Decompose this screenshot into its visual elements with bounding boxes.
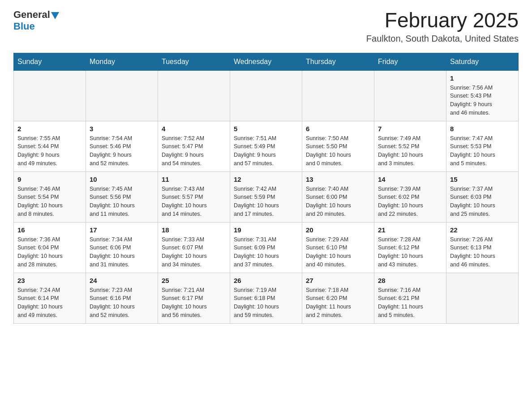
day-info: Sunrise: 7:31 AM Sunset: 6:09 PM Dayligh…	[234, 235, 298, 269]
calendar-cell: 2Sunrise: 7:55 AM Sunset: 5:44 PM Daylig…	[14, 121, 86, 171]
title-section: February 2025 Faulkton, South Dakota, Un…	[366, 9, 519, 44]
calendar-cell: 18Sunrise: 7:33 AM Sunset: 6:07 PM Dayli…	[158, 222, 230, 273]
calendar-cell: 26Sunrise: 7:19 AM Sunset: 6:18 PM Dayli…	[230, 273, 302, 323]
calendar-cell: 11Sunrise: 7:43 AM Sunset: 5:57 PM Dayli…	[158, 171, 230, 222]
calendar-cell	[302, 70, 374, 121]
calendar-cell: 15Sunrise: 7:37 AM Sunset: 6:03 PM Dayli…	[446, 171, 519, 222]
day-info: Sunrise: 7:54 AM Sunset: 5:46 PM Dayligh…	[90, 134, 154, 168]
weekday-header-wednesday: Wednesday	[230, 53, 302, 70]
calendar-cell	[374, 70, 446, 121]
calendar-cell: 10Sunrise: 7:45 AM Sunset: 5:56 PM Dayli…	[86, 171, 158, 222]
calendar-cell: 12Sunrise: 7:42 AM Sunset: 5:59 PM Dayli…	[230, 171, 302, 222]
day-info: Sunrise: 7:34 AM Sunset: 6:06 PM Dayligh…	[90, 235, 154, 269]
calendar-cell: 20Sunrise: 7:29 AM Sunset: 6:10 PM Dayli…	[302, 222, 374, 273]
day-number: 15	[450, 176, 515, 183]
calendar-cell	[446, 273, 519, 323]
day-info: Sunrise: 7:33 AM Sunset: 6:07 PM Dayligh…	[162, 235, 226, 269]
day-number: 23	[17, 277, 82, 284]
calendar-cell: 23Sunrise: 7:24 AM Sunset: 6:14 PM Dayli…	[14, 273, 86, 323]
day-info: Sunrise: 7:21 AM Sunset: 6:17 PM Dayligh…	[162, 286, 226, 320]
weekday-header-row: SundayMondayTuesdayWednesdayThursdayFrid…	[14, 53, 519, 70]
weekday-header-sunday: Sunday	[14, 53, 86, 70]
calendar-cell: 27Sunrise: 7:18 AM Sunset: 6:20 PM Dayli…	[302, 273, 374, 323]
calendar-cell: 21Sunrise: 7:28 AM Sunset: 6:12 PM Dayli…	[374, 222, 446, 273]
day-info: Sunrise: 7:52 AM Sunset: 5:47 PM Dayligh…	[162, 134, 226, 168]
weekday-header-monday: Monday	[86, 53, 158, 70]
calendar-cell: 24Sunrise: 7:23 AM Sunset: 6:16 PM Dayli…	[86, 273, 158, 323]
day-number: 22	[450, 226, 515, 234]
logo-general-text: General	[13, 9, 50, 21]
calendar-cell: 28Sunrise: 7:16 AM Sunset: 6:21 PM Dayli…	[374, 273, 446, 323]
day-info: Sunrise: 7:47 AM Sunset: 5:53 PM Dayligh…	[450, 134, 515, 168]
day-info: Sunrise: 7:56 AM Sunset: 5:43 PM Dayligh…	[450, 84, 515, 117]
calendar-cell	[14, 70, 86, 121]
day-number: 4	[162, 125, 226, 133]
calendar-cell: 6Sunrise: 7:50 AM Sunset: 5:50 PM Daylig…	[302, 121, 374, 171]
day-number: 6	[306, 125, 370, 133]
day-info: Sunrise: 7:51 AM Sunset: 5:49 PM Dayligh…	[234, 134, 298, 168]
day-number: 7	[378, 125, 442, 133]
day-number: 10	[90, 176, 154, 183]
day-info: Sunrise: 7:50 AM Sunset: 5:50 PM Dayligh…	[306, 134, 370, 168]
day-info: Sunrise: 7:40 AM Sunset: 6:00 PM Dayligh…	[306, 185, 370, 218]
day-number: 28	[378, 277, 442, 284]
day-number: 8	[450, 125, 515, 133]
day-info: Sunrise: 7:24 AM Sunset: 6:14 PM Dayligh…	[17, 286, 82, 320]
logo: General Blue	[13, 9, 59, 32]
day-number: 20	[306, 226, 370, 234]
day-info: Sunrise: 7:49 AM Sunset: 5:52 PM Dayligh…	[378, 134, 442, 168]
calendar-cell: 14Sunrise: 7:39 AM Sunset: 6:02 PM Dayli…	[374, 171, 446, 222]
day-info: Sunrise: 7:29 AM Sunset: 6:10 PM Dayligh…	[306, 235, 370, 269]
day-info: Sunrise: 7:23 AM Sunset: 6:16 PM Dayligh…	[90, 286, 154, 320]
calendar-table: SundayMondayTuesdayWednesdayThursdayFrid…	[13, 53, 519, 324]
calendar-cell: 19Sunrise: 7:31 AM Sunset: 6:09 PM Dayli…	[230, 222, 302, 273]
calendar-cell	[158, 70, 230, 121]
day-info: Sunrise: 7:19 AM Sunset: 6:18 PM Dayligh…	[234, 286, 298, 320]
day-info: Sunrise: 7:39 AM Sunset: 6:02 PM Dayligh…	[378, 185, 442, 218]
logo-triangle-icon	[51, 12, 59, 19]
day-number: 18	[162, 226, 226, 234]
calendar-week-row: 16Sunrise: 7:36 AM Sunset: 6:04 PM Dayli…	[14, 222, 519, 273]
logo-blue-text: Blue	[13, 21, 35, 32]
calendar-week-row: 1Sunrise: 7:56 AM Sunset: 5:43 PM Daylig…	[14, 70, 519, 121]
day-info: Sunrise: 7:37 AM Sunset: 6:03 PM Dayligh…	[450, 185, 515, 218]
day-info: Sunrise: 7:45 AM Sunset: 5:56 PM Dayligh…	[90, 185, 154, 218]
day-number: 13	[306, 176, 370, 183]
day-number: 16	[17, 226, 82, 234]
day-number: 1	[450, 74, 515, 82]
calendar-cell: 4Sunrise: 7:52 AM Sunset: 5:47 PM Daylig…	[158, 121, 230, 171]
calendar-week-row: 9Sunrise: 7:46 AM Sunset: 5:54 PM Daylig…	[14, 171, 519, 222]
day-number: 14	[378, 176, 442, 183]
calendar-cell: 5Sunrise: 7:51 AM Sunset: 5:49 PM Daylig…	[230, 121, 302, 171]
calendar-cell: 9Sunrise: 7:46 AM Sunset: 5:54 PM Daylig…	[14, 171, 86, 222]
weekday-header-friday: Friday	[374, 53, 446, 70]
calendar-cell: 7Sunrise: 7:49 AM Sunset: 5:52 PM Daylig…	[374, 121, 446, 171]
day-number: 24	[90, 277, 154, 284]
day-number: 26	[234, 277, 298, 284]
calendar-cell: 16Sunrise: 7:36 AM Sunset: 6:04 PM Dayli…	[14, 222, 86, 273]
day-info: Sunrise: 7:36 AM Sunset: 6:04 PM Dayligh…	[17, 235, 82, 269]
calendar-week-row: 2Sunrise: 7:55 AM Sunset: 5:44 PM Daylig…	[14, 121, 519, 171]
day-info: Sunrise: 7:42 AM Sunset: 5:59 PM Dayligh…	[234, 185, 298, 218]
calendar-week-row: 23Sunrise: 7:24 AM Sunset: 6:14 PM Dayli…	[14, 273, 519, 323]
day-info: Sunrise: 7:28 AM Sunset: 6:12 PM Dayligh…	[378, 235, 442, 269]
day-number: 19	[234, 226, 298, 234]
calendar-cell	[86, 70, 158, 121]
day-number: 21	[378, 226, 442, 234]
calendar-cell	[230, 70, 302, 121]
day-number: 25	[162, 277, 226, 284]
weekday-header-saturday: Saturday	[446, 53, 519, 70]
calendar-cell: 1Sunrise: 7:56 AM Sunset: 5:43 PM Daylig…	[446, 70, 519, 121]
day-info: Sunrise: 7:43 AM Sunset: 5:57 PM Dayligh…	[162, 185, 226, 218]
day-number: 5	[234, 125, 298, 133]
day-number: 17	[90, 226, 154, 234]
page-header: General Blue February 2025 Faulkton, Sou…	[13, 9, 519, 44]
calendar-cell: 22Sunrise: 7:26 AM Sunset: 6:13 PM Dayli…	[446, 222, 519, 273]
calendar-cell: 3Sunrise: 7:54 AM Sunset: 5:46 PM Daylig…	[86, 121, 158, 171]
day-info: Sunrise: 7:46 AM Sunset: 5:54 PM Dayligh…	[17, 185, 82, 218]
day-number: 11	[162, 176, 226, 183]
day-info: Sunrise: 7:18 AM Sunset: 6:20 PM Dayligh…	[306, 286, 370, 320]
day-number: 3	[90, 125, 154, 133]
calendar-cell: 17Sunrise: 7:34 AM Sunset: 6:06 PM Dayli…	[86, 222, 158, 273]
day-number: 27	[306, 277, 370, 284]
